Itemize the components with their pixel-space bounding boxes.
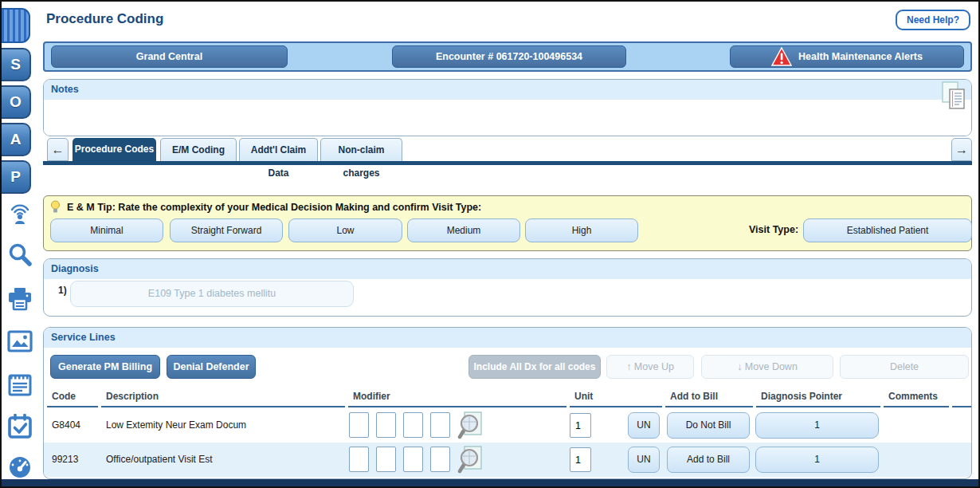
modifier-search-icon[interactable] bbox=[457, 411, 483, 440]
modifier-input-1[interactable] bbox=[349, 447, 369, 472]
calendar-check-icon[interactable] bbox=[7, 414, 33, 439]
tab-em-coding[interactable]: E/M Coding bbox=[160, 138, 237, 161]
table-row: 99213 Office/outpatient Visit Est bbox=[44, 443, 972, 477]
search-icon[interactable] bbox=[7, 242, 33, 268]
modifier-search-icon[interactable] bbox=[457, 446, 483, 474]
tab-procedure-codes[interactable]: Procedure Codes bbox=[73, 138, 156, 161]
column-header-spacer bbox=[952, 388, 971, 407]
complexity-minimal-button[interactable]: Minimal bbox=[50, 218, 163, 242]
table-row: G8404 Low Extemity Neur Exam Docum bbox=[44, 408, 972, 443]
diagnosis-number: 1) bbox=[58, 285, 67, 296]
include-all-dx-button[interactable]: Include All Dx for all codes bbox=[468, 355, 601, 379]
procedure-coding-window: S O A P bbox=[0, 0, 980, 488]
tab-scroll-left-arrow-icon[interactable]: ← bbox=[47, 138, 69, 161]
code-value: G8404 bbox=[52, 419, 80, 431]
copy-notes-icon[interactable] bbox=[939, 81, 966, 112]
bottom-bar bbox=[2, 479, 978, 486]
panel-grip-icon[interactable] bbox=[2, 8, 30, 43]
print-icon[interactable] bbox=[7, 287, 33, 313]
modifier-input-1[interactable] bbox=[349, 412, 369, 438]
bill-action-button[interactable]: Add to Bill bbox=[667, 447, 750, 473]
notes-panel: Notes bbox=[43, 79, 972, 136]
soap-sidebar: S O A P bbox=[2, 2, 38, 480]
complexity-straight-forward-button[interactable]: Straight Forward bbox=[170, 218, 283, 242]
tab-scroll-right-arrow-icon[interactable]: → bbox=[951, 138, 972, 161]
generate-pm-billing-button[interactable]: Generate PM Billing bbox=[50, 355, 160, 379]
description-value: Office/outpatient Visit Est bbox=[106, 454, 213, 465]
sidebar-button-assessment[interactable]: A bbox=[2, 123, 31, 156]
visit-type-button[interactable]: Established Patient bbox=[803, 218, 972, 242]
sidebar-button-subjective[interactable]: S bbox=[2, 48, 31, 81]
complexity-high-button[interactable]: High bbox=[525, 218, 638, 242]
unit-type-button[interactable]: UN bbox=[628, 412, 660, 439]
move-up-button[interactable]: ↑ Move Up bbox=[606, 355, 694, 379]
modifier-input-2[interactable] bbox=[376, 447, 396, 472]
code-value: 99213 bbox=[52, 454, 78, 465]
em-tip-text: E & M Tip: Rate the complexity of your M… bbox=[67, 202, 481, 213]
modifier-input-3[interactable] bbox=[403, 447, 423, 472]
encounter-button[interactable]: Encounter # 061720-100496534 bbox=[392, 45, 626, 68]
denial-defender-button[interactable]: Denial Defender bbox=[167, 355, 256, 379]
column-header-code: Code bbox=[47, 388, 98, 407]
alert-triangle-icon bbox=[771, 47, 792, 66]
complexity-low-button[interactable]: Low bbox=[288, 218, 402, 242]
column-header-add-to-bill: Add to Bill bbox=[665, 388, 753, 407]
diagnosis-pointer-button[interactable]: 1 bbox=[755, 412, 879, 439]
diagnosis-field[interactable]: E109 Type 1 diabetes mellitu bbox=[70, 281, 354, 307]
tab-non-claim-charges[interactable]: Non-claim charges bbox=[320, 138, 402, 161]
diagnosis-panel: Diagnosis 1) E109 Type 1 diabetes mellit… bbox=[43, 258, 972, 317]
unit-type-button[interactable]: UN bbox=[628, 447, 660, 473]
page-title: Procedure Coding bbox=[46, 11, 163, 27]
gauge-icon[interactable] bbox=[7, 455, 33, 481]
sidebar-button-plan[interactable]: P bbox=[2, 160, 31, 194]
column-header-unit: Unit bbox=[570, 388, 662, 407]
diagnosis-pointer-button[interactable]: 1 bbox=[755, 447, 879, 473]
move-down-button[interactable]: ↓ Move Down bbox=[701, 355, 833, 379]
grand-central-button[interactable]: Grand Central bbox=[51, 45, 288, 68]
diagnosis-header: Diagnosis bbox=[44, 259, 971, 279]
sidebar-button-objective[interactable]: O bbox=[2, 85, 31, 119]
bill-action-button[interactable]: Do Not Bill bbox=[667, 412, 750, 439]
description-value: Low Extemity Neur Exam Docum bbox=[106, 419, 246, 431]
health-maintenance-alerts-button[interactable]: Health Maintenance Alerts bbox=[730, 45, 964, 68]
unit-input[interactable] bbox=[570, 413, 591, 438]
em-tip-panel: E & M Tip: Rate the complexity of your M… bbox=[43, 195, 972, 251]
modifier-input-2[interactable] bbox=[376, 412, 396, 438]
modifier-input-3[interactable] bbox=[403, 412, 423, 438]
service-lines-header: Service Lines bbox=[44, 328, 971, 348]
notes-input[interactable] bbox=[44, 100, 971, 136]
alerts-label: Health Maintenance Alerts bbox=[798, 51, 923, 62]
tab-underline bbox=[43, 161, 972, 165]
lightbulb-icon bbox=[50, 200, 61, 214]
tab-bar: ← Procedure Codes E/M Coding Addt'l Clai… bbox=[43, 138, 972, 161]
need-help-button[interactable]: Need Help? bbox=[896, 10, 970, 30]
context-bar: Grand Central Encounter # 061720-1004965… bbox=[43, 41, 972, 72]
column-header-comments: Comments bbox=[884, 388, 949, 407]
notepad-icon[interactable] bbox=[7, 372, 33, 397]
notes-header: Notes bbox=[44, 80, 971, 100]
column-header-description: Description bbox=[101, 388, 345, 407]
complexity-medium-button[interactable]: Medium bbox=[407, 218, 520, 242]
column-header-diagnosis-pointer: Diagnosis Pointer bbox=[756, 388, 880, 407]
column-header-modifier: Modifier bbox=[348, 388, 566, 407]
images-icon[interactable] bbox=[7, 330, 33, 356]
modifier-input-4[interactable] bbox=[430, 447, 450, 472]
delete-button[interactable]: Delete bbox=[840, 355, 969, 379]
unit-input[interactable] bbox=[570, 447, 591, 472]
tab-addtl-claim-data[interactable]: Addt'l Claim Data bbox=[239, 138, 318, 161]
service-lines-panel: Service Lines Generate PM Billing Denial… bbox=[43, 327, 972, 479]
modifier-input-4[interactable] bbox=[430, 412, 450, 438]
visit-type-label: Visit Type: bbox=[749, 224, 798, 235]
dictation-icon[interactable] bbox=[7, 199, 33, 225]
